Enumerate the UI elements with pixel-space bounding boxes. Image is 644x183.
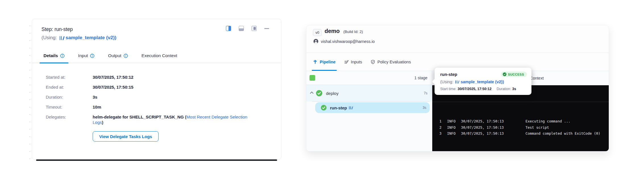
log-timestamp: 30/07/2025, 17:50:13 (461, 118, 525, 124)
inputs-icon (344, 60, 349, 64)
tab-pipeline-label: Pipeline (320, 60, 336, 64)
tab-policy-evaluations[interactable]: Policy Evaluations (371, 53, 411, 71)
template-link[interactable]: sample_template (v2) (66, 35, 115, 41)
execution-panel: v0 demo (Build Id: 2) vishal.vishwaroop@… (306, 25, 609, 151)
view-delegate-tasks-logs-button[interactable]: View Delegate Tasks Logs (93, 131, 159, 142)
step-hover-tooltip: run-step SUCCESS (Using: sample_template… (435, 68, 531, 95)
tab-inputs[interactable]: Inputs (344, 53, 362, 71)
info-icon[interactable] (60, 54, 65, 58)
log-section-divider (432, 102, 609, 102)
detail-value: 30/07/2025, 17:50:15 (93, 84, 133, 90)
badge-label: SUCCESS (508, 73, 524, 76)
log-line-number: 2 (439, 124, 447, 131)
shield-check-icon (371, 60, 375, 64)
pipeline-icon (313, 60, 317, 64)
tab-input[interactable]: Input (78, 53, 94, 63)
stage-name: deploy (326, 91, 338, 96)
detail-value: helm-delegate for SHELL_SCRIPT_TASK_NG (… (93, 114, 253, 125)
tree-divider (312, 101, 430, 102)
log-line-number: 1 (439, 118, 447, 124)
tab-execution-context[interactable]: Execution Context (142, 53, 177, 63)
using-suffix: ) (115, 35, 117, 41)
detail-value: 10m (93, 104, 101, 110)
minimize-icon[interactable] (264, 28, 269, 29)
log-line: 2 INFO 30/07/2025, 17:50:13 Test script (439, 124, 606, 131)
step-duration: 3s (423, 106, 426, 110)
tree-row-deploy[interactable]: deploy 7s (306, 85, 432, 101)
template-link[interactable]: sample_template (v2) (461, 80, 502, 84)
tooltip-using-line: (Using: sample_template (v2)) (440, 80, 527, 84)
step-name: run-step (330, 105, 347, 110)
step-details-body: Started at: 30/07/2025, 17:50:12 Ended a… (32, 63, 281, 142)
tooltip-meta-line: Start time: 30/07/2025, 17:50:12 Duratio… (440, 87, 527, 91)
start-time-label: Start time: (440, 87, 456, 91)
success-badge: SUCCESS (501, 72, 527, 77)
step-details-header: Step: run-step (Using: sample_template (… (32, 19, 281, 41)
detail-label: Timeout: (46, 104, 93, 110)
detail-row-started: Started at: 30/07/2025, 17:50:12 (46, 74, 273, 80)
chevron-up-icon[interactable] (310, 92, 314, 95)
log-message: Command completed with ExitCode (0) (525, 130, 600, 137)
stage-count: 1 stage (414, 76, 427, 80)
using-template-line: (Using: sample_template (v2)) (41, 35, 273, 41)
page: Step: run-step (Using: sample_template (… (0, 0, 644, 183)
info-icon[interactable] (90, 54, 94, 58)
split-view-icon[interactable] (226, 26, 231, 31)
using-prefix: (Using: (41, 35, 57, 41)
detail-label: Ended at: (46, 84, 93, 90)
build-id: (Build Id: 2) (343, 30, 363, 34)
delegates-value: helm-delegate for SHELL_SCRIPT_TASK_NG (93, 115, 184, 119)
tree-row-run-step[interactable]: run-step 3s (315, 102, 430, 113)
tab-inputs-label: Inputs (351, 60, 362, 64)
stage-duration: 7s (424, 91, 427, 95)
stage-tree-pane: 1 stage deploy 7s run-step (306, 71, 432, 151)
success-check-icon (316, 90, 322, 96)
tab-input-label: Input (78, 53, 88, 58)
template-icon (349, 106, 353, 109)
info-icon[interactable] (124, 54, 128, 58)
detail-label: Delegates: (46, 114, 93, 125)
execution-header: v0 demo (Build Id: 2) vishal.vishwaroop@… (306, 25, 609, 53)
log-level: INFO (447, 124, 461, 131)
bottom-view-icon[interactable] (239, 26, 244, 31)
version-badge: v0 (313, 29, 322, 36)
tooltip-step-name: run-step (440, 72, 457, 77)
tab-details-label: Details (43, 53, 58, 58)
trigger-user-row: vishal.vishwaroop@harness.io (313, 39, 375, 44)
side-view-icon[interactable] (252, 26, 257, 31)
template-icon (455, 80, 459, 84)
detail-row-duration: Duration: 3s (46, 94, 273, 100)
panel-view-controls (226, 26, 269, 31)
panel-resize-handle[interactable] (28, 20, 31, 160)
tab-details[interactable]: Details (43, 53, 65, 63)
detail-label: Started at: (46, 74, 93, 80)
step-details-panel: Step: run-step (Using: sample_template (… (32, 19, 281, 160)
log-line-number: 3 (439, 130, 447, 137)
success-check-icon (321, 105, 327, 111)
tab-policy-evaluations-label: Policy Evaluations (377, 60, 411, 64)
tab-output-label: Output (108, 53, 121, 58)
detail-value: 30/07/2025, 17:50:12 (93, 74, 133, 80)
log-lines: 1 INFO 30/07/2025, 17:50:13 Executing co… (439, 118, 606, 137)
paren-close: ) (102, 120, 103, 125)
stage-status-square (309, 75, 315, 81)
start-time-value: 30/07/2025, 17:50:12 (458, 87, 492, 91)
log-line: 1 INFO 30/07/2025, 17:50:13 Executing co… (439, 118, 606, 124)
log-message: Executing command ... (525, 118, 570, 124)
template-icon (60, 36, 64, 40)
stage-summary-row: 1 stage (306, 71, 432, 85)
log-level: INFO (447, 130, 461, 137)
step-tabs: Details Input Output Execution Context (32, 48, 281, 63)
detail-row-delegates: Delegates: helm-delegate for SHELL_SCRIP… (46, 114, 273, 125)
tab-pipeline[interactable]: Pipeline (313, 53, 336, 71)
log-console[interactable]: 1 INFO 30/07/2025, 17:50:13 Executing co… (432, 85, 609, 151)
log-message: Test script (525, 124, 549, 131)
tab-execution-context-label: Execution Context (142, 53, 177, 58)
using-prefix: (Using: (440, 80, 453, 84)
duration-label: Duration: (497, 87, 511, 91)
tab-output[interactable]: Output (108, 53, 128, 63)
duration-value: 3s (512, 87, 516, 91)
log-timestamp: 30/07/2025, 17:50:13 (461, 130, 525, 137)
detail-row-timeout: Timeout: 10m (46, 104, 273, 110)
log-timestamp: 30/07/2025, 17:50:13 (461, 124, 525, 131)
